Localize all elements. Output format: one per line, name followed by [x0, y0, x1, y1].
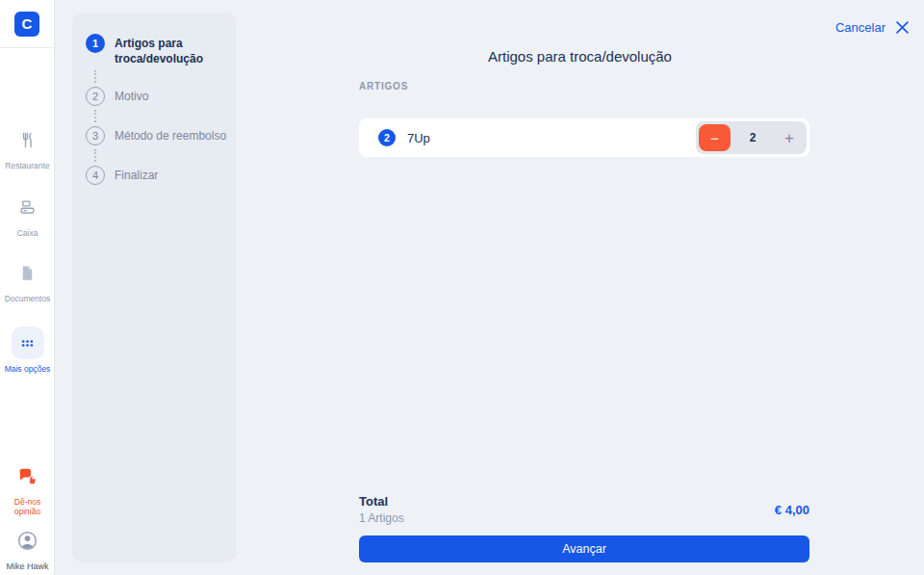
- total-items-count: 1 Artigos: [359, 511, 404, 525]
- sidebar-item-feedback[interactable]: Dê-nos opinião: [0, 459, 55, 516]
- step-number-badge: 4: [86, 166, 105, 185]
- step-connector: [94, 110, 222, 122]
- item-name: 7Up: [407, 131, 696, 145]
- sidebar-item-label: Mais opções: [5, 364, 51, 374]
- step-label: Finalizar: [115, 166, 158, 183]
- return-item-row: 2 7Up − 2 +: [359, 118, 809, 157]
- cancel-row: Cancelar: [835, 20, 909, 35]
- restaurant-icon: [12, 123, 44, 156]
- summary-footer: Total 1 Artigos € 4,00 Avançar: [359, 494, 809, 562]
- step-4-finalizar[interactable]: 4 Finalizar: [86, 166, 222, 185]
- step-number-badge: 3: [86, 126, 105, 145]
- sidebar-item-label: Caixa: [17, 228, 38, 238]
- sidebar-item-label: Dê-nos opinião: [0, 497, 55, 516]
- decrease-quantity-button[interactable]: −: [699, 124, 731, 151]
- step-label: Método de reembolso: [115, 126, 226, 144]
- section-label-artigos: ARTIGOS: [359, 81, 408, 91]
- sidebar: C Restaurante Caixa Doc: [0, 0, 55, 575]
- sidebar-item-user[interactable]: Mike Hawk: [0, 524, 55, 571]
- item-count-badge: 2: [378, 129, 396, 146]
- step-1-artigos[interactable]: 1 Artigos para troca/devolução: [86, 34, 222, 66]
- sidebar-item-label: Documentos: [5, 294, 51, 303]
- sidebar-item-mais-opcoes[interactable]: Mais opções: [0, 327, 55, 374]
- logo-section: C: [0, 0, 54, 48]
- total-amount: € 4,00: [775, 503, 809, 517]
- more-options-icon: [12, 327, 44, 359]
- step-number-badge: 1: [86, 34, 105, 53]
- cash-register-icon: [12, 191, 44, 223]
- increase-quantity-button[interactable]: +: [775, 124, 804, 151]
- step-label: Artigos para troca/devolução: [115, 34, 222, 66]
- sidebar-item-restaurante[interactable]: Restaurante: [0, 123, 55, 170]
- step-2-motivo[interactable]: 2 Motivo: [86, 87, 222, 106]
- advance-button[interactable]: Avançar: [359, 536, 809, 562]
- step-label: Motivo: [115, 87, 148, 104]
- main-content: Cancelar Artigos para troca/devolução AR…: [236, 0, 924, 575]
- stepper-panel: 1 Artigos para troca/devolução 2 Motivo …: [72, 13, 236, 562]
- sidebar-item-documentos[interactable]: Documentos: [0, 256, 55, 303]
- sidebar-item-caixa[interactable]: Caixa: [0, 191, 55, 238]
- page-title: Artigos para troca/devolução: [236, 48, 924, 65]
- step-number-badge: 2: [86, 87, 105, 106]
- quantity-value: 2: [731, 131, 775, 144]
- feedback-icon: [12, 459, 44, 492]
- sidebar-item-label: Restaurante: [5, 161, 49, 170]
- total-row: Total 1 Artigos € 4,00: [359, 494, 809, 525]
- total-label: Total: [359, 494, 404, 509]
- step-connector: [94, 149, 222, 162]
- cancel-button[interactable]: Cancelar: [835, 20, 886, 35]
- quantity-stepper: − 2 +: [696, 121, 807, 154]
- close-icon[interactable]: [896, 21, 909, 34]
- app-logo[interactable]: C: [14, 12, 39, 37]
- step-3-metodo-reembolso[interactable]: 3 Método de reembolso: [86, 126, 222, 145]
- avatar-icon: [12, 524, 44, 557]
- documents-icon: [12, 256, 44, 289]
- user-name: Mike Hawk: [6, 562, 48, 571]
- step-connector: [94, 70, 222, 83]
